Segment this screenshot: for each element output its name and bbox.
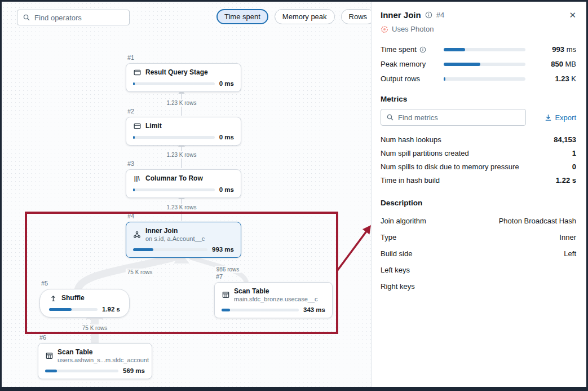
info-icon[interactable]: [425, 11, 432, 19]
node-subtitle: main.sfdc_bronze.usecase__c: [234, 296, 318, 302]
node-result-query-stage[interactable]: #1 Result Query Stage 0 ms: [126, 63, 241, 92]
metric-label: Num spill partitions created: [381, 149, 469, 157]
edge-label-rows: 1.23 K rows: [165, 99, 198, 107]
table-icon: [222, 291, 229, 298]
find-metrics-box[interactable]: [381, 109, 526, 126]
node-id-label: #1: [127, 54, 134, 61]
search-icon: [386, 113, 394, 121]
export-button-label: Export: [555, 113, 576, 122]
node-subtitle: on s.id, a.Account__c: [145, 235, 205, 242]
metric-row: Time in hash build 1.22 s: [381, 173, 576, 187]
node-title: Scan Table: [58, 348, 149, 356]
stat-peak-memory: Peak memory 850 MB: [381, 60, 576, 68]
stat-bar-track: [444, 63, 525, 66]
description-label: Build side: [381, 249, 412, 258]
description-value: Inner: [559, 233, 576, 241]
photon-badge-label: Uses Photon: [392, 25, 434, 33]
node-scan-table-sfdc-account[interactable]: #6 Scan Table users.ashwin_s...m.sfdc_ac…: [38, 343, 152, 379]
metric-value: 1.22 s: [556, 176, 576, 184]
view-toggle-group: Time spent Memory peak Rows: [216, 9, 375, 24]
edge-label-rows: 1.23 K rows: [165, 204, 198, 211]
stat-bar-track: [444, 77, 525, 81]
node-time-value: 0 ms: [219, 134, 234, 140]
download-icon: [545, 114, 552, 121]
node-subtitle: users.ashwin_s...m.sfdc_account: [58, 357, 149, 363]
stat-summary: Time spent 993 ms Peak memory 850 MB Out…: [381, 45, 576, 83]
columnar-to-row-icon: ||\: [133, 175, 141, 182]
description-label: Type: [381, 233, 396, 241]
stat-value: 850 MB: [533, 60, 576, 68]
node-title: Limit: [145, 122, 162, 130]
photon-badge: Uses Photon: [381, 25, 576, 33]
photon-icon: [381, 25, 388, 33]
stat-value: 1.23 K: [533, 74, 576, 83]
metric-label: Num spills to disk due to memory pressur…: [381, 162, 519, 171]
stat-output-rows: Output rows 1.23 K: [381, 74, 576, 83]
description-label: Left keys: [381, 266, 410, 274]
description-label: Join algorithm: [381, 217, 426, 225]
metric-row: Num spill partitions created 1: [381, 146, 576, 160]
info-icon[interactable]: [419, 46, 426, 53]
query-stage-icon: [133, 69, 141, 76]
description-row: Right keys: [381, 278, 576, 295]
toggle-time-spent[interactable]: Time spent: [216, 9, 268, 24]
close-icon[interactable]: ✕: [569, 11, 576, 19]
toggle-rows[interactable]: Rows: [341, 9, 375, 24]
description-row: Join algorithm Photon Broadcast Hash: [381, 213, 576, 229]
node-progress-track: [133, 136, 215, 139]
node-time-value: 1.92 s: [102, 306, 120, 313]
metrics-heading: Metrics: [381, 95, 576, 103]
node-progress-track: [133, 248, 207, 251]
edge-label-rows: 75 K rows: [81, 324, 109, 332]
metric-row: Num spills to disk due to memory pressur…: [381, 160, 576, 173]
node-title: Result Query Stage: [145, 68, 208, 76]
node-columnar-to-row[interactable]: #3 ||\ Columnar To Row 0 ms: [126, 169, 241, 198]
description-value: Left: [564, 249, 576, 258]
metric-value: 0: [572, 162, 576, 171]
node-id-label: #7: [216, 273, 223, 280]
description-label: Right keys: [381, 282, 415, 291]
node-limit[interactable]: #2 Limit 0 ms: [126, 117, 241, 146]
node-title: Shuffle: [61, 294, 85, 302]
description-heading: Description: [381, 199, 576, 207]
node-progress-track: [49, 308, 98, 311]
operator-details-panel: Inner Join #4 ✕ Uses Photon Time spent 9…: [371, 2, 586, 387]
node-inner-join-selected[interactable]: #4 Inner Join on s.id, a.Account__c 993 …: [126, 222, 241, 258]
find-operators-box[interactable]: [17, 10, 130, 25]
stat-label: Time spent: [381, 45, 417, 54]
panel-title: Inner Join: [381, 10, 421, 20]
node-shuffle[interactable]: #5 Shuffle 1.92 s: [39, 289, 130, 318]
node-id-label: #6: [39, 334, 46, 341]
description-row: Type Inner: [381, 229, 576, 245]
node-title: Scan Table: [234, 287, 318, 295]
find-metrics-input[interactable]: [398, 113, 520, 122]
metric-row: Num hash lookups 84,153: [381, 133, 576, 146]
shuffle-icon: [49, 295, 57, 302]
description-list: Join algorithm Photon Broadcast Hash Typ…: [381, 213, 576, 295]
description-row: Build side Left: [381, 245, 576, 262]
metric-label: Time in hash build: [381, 176, 440, 184]
stat-label: Peak memory: [381, 60, 426, 68]
node-time-value: 569 ms: [123, 367, 145, 374]
node-id-label: #2: [127, 108, 134, 115]
stat-time-spent: Time spent 993 ms: [381, 45, 576, 54]
node-time-value: 343 ms: [303, 306, 325, 313]
node-progress-track: [45, 370, 118, 372]
toggle-memory-peak[interactable]: Memory peak: [275, 9, 335, 24]
find-operators-input[interactable]: [34, 14, 124, 22]
node-id-label: #5: [41, 280, 48, 287]
node-time-value: 0 ms: [219, 186, 234, 193]
node-scan-table-usecase[interactable]: #7 Scan Table main.sfdc_bronze.usecase__…: [214, 282, 333, 318]
join-icon: [133, 231, 141, 239]
stat-label: Output rows: [381, 74, 420, 83]
description-value: Photon Broadcast Hash: [499, 217, 576, 225]
export-button[interactable]: Export: [545, 113, 576, 122]
table-icon: [45, 352, 53, 359]
node-progress-track: [133, 188, 215, 191]
node-time-value: 993 ms: [212, 246, 234, 253]
metrics-list: Num hash lookups 84,153 Num spill partit…: [381, 133, 576, 187]
node-progress-track: [222, 309, 299, 311]
edge-label-rows: 1.23 K rows: [165, 151, 198, 159]
edge-label-rows: 986 rows: [215, 266, 241, 273]
limit-icon: [133, 122, 141, 130]
